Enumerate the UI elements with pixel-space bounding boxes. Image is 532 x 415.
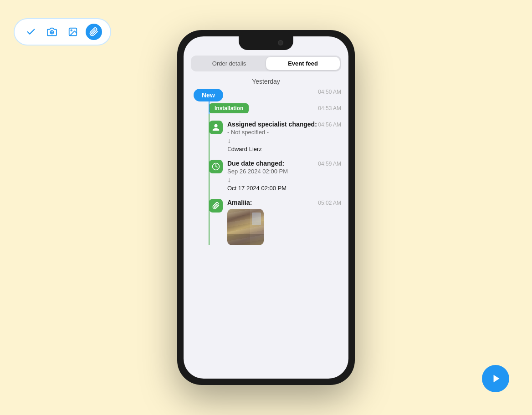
attachment-time: 05:02 AM xyxy=(318,199,341,206)
tab-order-details[interactable]: Order details xyxy=(192,57,266,70)
attachment-event-content: Amaliia: xyxy=(209,199,318,245)
attachment-text: Amaliia: xyxy=(227,199,264,245)
attachment-author: Amaliia: xyxy=(227,199,264,206)
attachment-icon xyxy=(209,199,223,213)
due-date-time: 04:59 AM xyxy=(318,160,341,167)
phone-screen: Order details Event feed Yesterday New 0… xyxy=(184,36,348,379)
due-date-title: Due date changed: xyxy=(227,160,288,167)
new-badge-time: 04:50 AM xyxy=(318,89,341,95)
due-date-event-row: Due date changed: Sep 26 2024 02:00 PM ↓… xyxy=(209,160,341,192)
attachment-event-row: Amaliia: 05:02 AM xyxy=(209,199,341,245)
check-icon[interactable] xyxy=(23,24,39,40)
tab-event-feed[interactable]: Event feed xyxy=(266,57,340,70)
svg-point-4 xyxy=(71,30,72,31)
toolbar xyxy=(14,18,111,46)
date-header: Yesterday xyxy=(184,71,348,89)
specialist-event-content: Assigned specialist changed: - Not speci… xyxy=(209,121,318,152)
new-badge: New xyxy=(194,89,223,101)
camera-add-icon[interactable] xyxy=(44,24,60,40)
new-badge-row: New 04:50 AM xyxy=(209,89,341,95)
due-date-to: Oct 17 2024 02:00 PM xyxy=(227,185,288,192)
specialist-event-row: Assigned specialist changed: - Not speci… xyxy=(209,121,341,152)
due-date-event-content: Due date changed: Sep 26 2024 02:00 PM ↓… xyxy=(209,160,318,192)
installation-time: 04:53 AM xyxy=(318,105,341,111)
specialist-time: 04:56 AM xyxy=(318,121,341,128)
installation-row: Installation 04:53 AM xyxy=(209,103,341,113)
due-date-icon xyxy=(209,160,223,173)
tab-bar: Order details Event feed xyxy=(191,56,341,71)
due-date-from: Sep 26 2024 02:00 PM xyxy=(227,168,288,175)
specialist-title: Assigned specialist changed: xyxy=(227,121,317,128)
specialist-to: Edward Lierz xyxy=(227,146,317,152)
paperclip-icon[interactable] xyxy=(86,24,102,40)
camera-lens xyxy=(278,40,283,46)
specialist-text: Assigned specialist changed: - Not speci… xyxy=(227,121,317,152)
installation-tag: Installation xyxy=(209,103,249,113)
photo-thumbnail[interactable] xyxy=(227,209,264,245)
specialist-arrow: ↓ xyxy=(227,137,317,145)
svg-marker-6 xyxy=(494,375,500,383)
play-button[interactable] xyxy=(482,365,509,392)
specialist-from: - Not specified - xyxy=(227,129,317,136)
green-timeline-line xyxy=(209,114,210,245)
due-date-arrow: ↓ xyxy=(227,176,288,184)
due-date-text: Due date changed: Sep 26 2024 02:00 PM ↓… xyxy=(227,160,288,192)
specialist-icon xyxy=(209,121,223,134)
image-icon[interactable] xyxy=(65,24,81,40)
phone-frame: Order details Event feed Yesterday New 0… xyxy=(177,30,355,385)
event-feed: Yesterday New 04:50 AM Installation xyxy=(184,71,348,379)
phone-notch xyxy=(239,36,293,50)
